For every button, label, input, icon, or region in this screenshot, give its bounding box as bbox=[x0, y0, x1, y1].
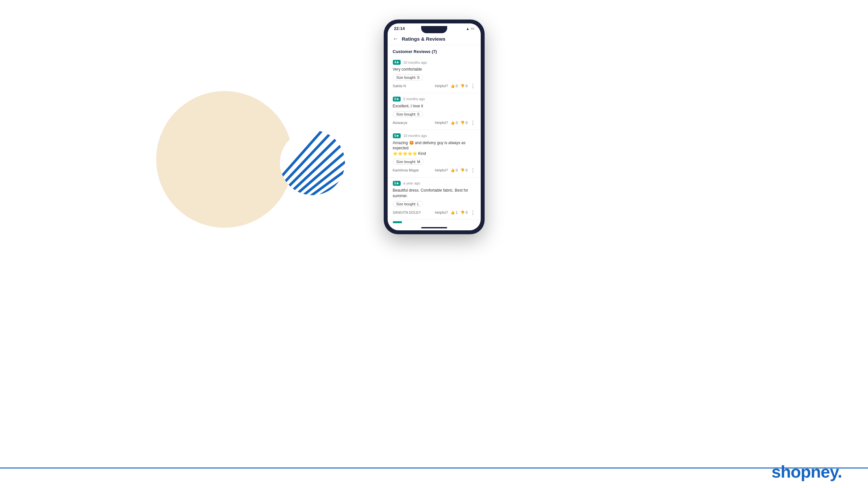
rating-badge-3: 5★ bbox=[393, 133, 401, 138]
helpful-row-1: Helpful? 👍 0 👎 0 ⋮ bbox=[435, 83, 475, 89]
helpful-row-4: Helpful? 👍 1 👎 0 ⋮ bbox=[435, 209, 475, 216]
review-text-2: Excellent, I love it bbox=[393, 103, 475, 109]
review-text-1: Very comfortable bbox=[393, 67, 475, 72]
review-header-3: 5★ 10 months ago bbox=[393, 133, 475, 138]
review-card-3: 5★ 10 months ago Amazing 🤩 and delivery … bbox=[388, 130, 481, 177]
rating-badge-2: 5★ bbox=[393, 97, 401, 101]
background-striped-circle bbox=[280, 130, 345, 195]
review-footer-2: Aiswarya Helpful? 👍 0 👎 0 ⋮ bbox=[393, 120, 475, 126]
review-card-4: 5★ a year ago Beautiful dress. Comfortab… bbox=[388, 177, 481, 220]
reviewer-name-3: Karishma Magar bbox=[393, 168, 419, 172]
reviewer-name-2: Aiswarya bbox=[393, 121, 407, 125]
review-header-2: 5★ 5 months ago bbox=[393, 97, 475, 101]
phone-frame: 22:14 ▲ ▭ ← Ratings & Reviews Customer R… bbox=[384, 20, 485, 234]
vote-down-2[interactable]: 👎 0 bbox=[460, 121, 467, 125]
review-footer-1: Sakila N Helpful? 👍 0 👎 0 ⋮ bbox=[393, 83, 475, 89]
vote-down-3[interactable]: 👎 0 bbox=[460, 168, 467, 172]
size-value-2: S bbox=[417, 112, 420, 116]
helpful-label-4: Helpful? bbox=[435, 210, 448, 215]
shopney-logo: shopney. bbox=[772, 462, 842, 482]
vote-down-count-3: 0 bbox=[465, 168, 467, 172]
thumb-up-icon-2: 👍 bbox=[451, 121, 455, 125]
size-label-2: Size bought: bbox=[396, 112, 416, 116]
vote-up-count-4: 1 bbox=[456, 210, 458, 215]
size-label-1: Size bought: bbox=[396, 75, 416, 79]
more-button-2[interactable]: ⋮ bbox=[470, 120, 475, 126]
app-content[interactable]: Customer Reviews (7) 4★ 10 months ago Ve… bbox=[388, 45, 481, 225]
review-text-4: Beautiful dress. Comfortable fabric. Bes… bbox=[393, 188, 475, 199]
thumb-up-icon-1: 👍 bbox=[451, 84, 455, 88]
wifi-icon: ▲ bbox=[466, 27, 470, 31]
review-card-2: 5★ 5 months ago Excellent, I love it Siz… bbox=[388, 93, 481, 130]
vote-up-3[interactable]: 👍 0 bbox=[451, 168, 458, 172]
rating-badge-1: 4★ bbox=[393, 60, 401, 65]
time-ago-3: 10 months ago bbox=[403, 134, 427, 138]
status-icons: ▲ ▭ bbox=[466, 26, 474, 31]
back-button[interactable]: ← bbox=[393, 35, 399, 42]
review-footer-3: Karishma Magar Helpful? 👍 0 👎 0 ⋮ bbox=[393, 167, 475, 173]
time-ago-4: a year ago bbox=[403, 181, 420, 185]
review-footer-4: SANGITA DOLEY Helpful? 👍 1 👎 0 ⋮ bbox=[393, 209, 475, 216]
vote-up-count-3: 0 bbox=[456, 168, 458, 172]
vote-down-count-4: 0 bbox=[465, 210, 467, 215]
thumb-down-icon-3: 👎 bbox=[460, 168, 465, 172]
review-card-1: 4★ 10 months ago Very comfortable Size b… bbox=[388, 57, 481, 93]
battery-icon: ▭ bbox=[471, 26, 474, 31]
vote-up-2[interactable]: 👍 0 bbox=[451, 121, 458, 125]
size-label-4: Size bought: bbox=[396, 202, 416, 206]
bottom-line bbox=[0, 467, 868, 468]
review-header-1: 4★ 10 months ago bbox=[393, 60, 475, 65]
reviewer-name-1: Sakila N bbox=[393, 84, 406, 88]
helpful-row-3: Helpful? 👍 0 👎 0 ⋮ bbox=[435, 167, 475, 173]
phone-screen: 22:14 ▲ ▭ ← Ratings & Reviews Customer R… bbox=[388, 24, 481, 230]
vote-down-count-1: 0 bbox=[465, 84, 467, 88]
thumb-down-icon-2: 👎 bbox=[460, 121, 465, 125]
size-value-4: L bbox=[417, 202, 419, 206]
phone-notch bbox=[421, 26, 447, 33]
review-text-3: Amazing 🤩 and delivery guy is always as … bbox=[393, 140, 475, 157]
thumb-down-icon-4: 👎 bbox=[460, 210, 465, 215]
helpful-row-2: Helpful? 👍 0 👎 0 ⋮ bbox=[435, 120, 475, 126]
vote-down-4[interactable]: 👎 0 bbox=[460, 210, 467, 215]
thumb-up-icon-4: 👍 bbox=[451, 210, 455, 215]
helpful-label-2: Helpful? bbox=[435, 121, 448, 125]
page-title: Ratings & Reviews bbox=[402, 36, 445, 42]
helpful-label-3: Helpful? bbox=[435, 168, 448, 172]
vote-up-count-2: 0 bbox=[456, 121, 458, 125]
app-header: ← Ratings & Reviews bbox=[388, 32, 481, 45]
status-time: 22:14 bbox=[394, 26, 405, 31]
reviewer-name-4: SANGITA DOLEY bbox=[393, 210, 421, 215]
size-badge-2: Size bought: S bbox=[393, 111, 424, 117]
section-title: Customer Reviews (7) bbox=[388, 45, 481, 57]
helpful-label-1: Helpful? bbox=[435, 84, 448, 88]
vote-down-count-2: 0 bbox=[465, 121, 467, 125]
phone-container: 22:14 ▲ ▭ ← Ratings & Reviews Customer R… bbox=[384, 20, 485, 234]
vote-up-4[interactable]: 👍 1 bbox=[451, 210, 458, 215]
vote-up-count-1: 0 bbox=[456, 84, 458, 88]
size-value-1: S bbox=[417, 75, 420, 79]
size-label-3: Size bought: bbox=[396, 160, 416, 164]
time-ago-1: 10 months ago bbox=[403, 61, 427, 64]
home-indicator bbox=[421, 227, 447, 228]
size-value-3: M bbox=[417, 160, 420, 164]
more-button-3[interactable]: ⋮ bbox=[470, 167, 475, 173]
vote-down-1[interactable]: 👎 0 bbox=[460, 84, 467, 88]
more-button-1[interactable]: ⋮ bbox=[470, 83, 475, 89]
review-header-4: 5★ a year ago bbox=[393, 181, 475, 186]
rating-badge-4: 5★ bbox=[393, 181, 401, 186]
size-badge-1: Size bought: S bbox=[393, 74, 424, 80]
size-badge-3: Size bought: M bbox=[393, 159, 424, 165]
time-ago-2: 5 months ago bbox=[403, 97, 425, 101]
size-badge-4: Size bought: L bbox=[393, 201, 423, 207]
more-button-4[interactable]: ⋮ bbox=[470, 209, 475, 216]
thumb-down-icon-1: 👎 bbox=[460, 84, 465, 88]
vote-up-1[interactable]: 👍 0 bbox=[451, 84, 458, 88]
green-bar-indicator bbox=[393, 221, 402, 223]
thumb-up-icon-3: 👍 bbox=[451, 168, 455, 172]
background-circle bbox=[156, 91, 293, 228]
